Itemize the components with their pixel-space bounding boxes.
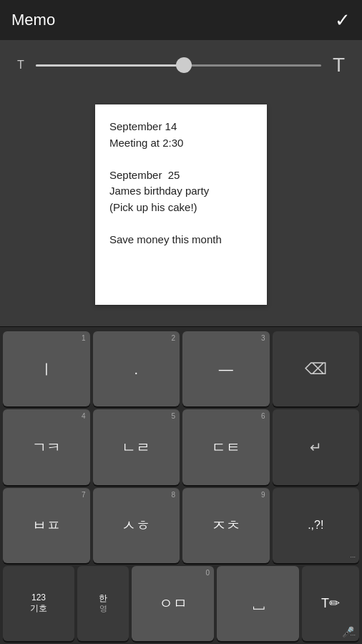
- memo-area: September 14 Meeting at 2:30 September 2…: [0, 90, 362, 326]
- key-han-eng[interactable]: 한영: [77, 566, 129, 641]
- keyboard-row-3: 7 ㅂㅍ 8 ㅅㅎ 9 ㅈㅊ .,?! ···: [3, 488, 359, 563]
- slider-fill: [36, 64, 185, 67]
- key-sh[interactable]: 8 ㅅㅎ: [93, 488, 180, 563]
- key-enter[interactable]: ↵: [273, 409, 360, 484]
- key-dt[interactable]: 6 ㄷㅌ: [182, 409, 270, 484]
- keyboard-row-4: 123기호 한영 0 ㅇㅁ ⎵ T✏ ··· 🎤: [3, 566, 359, 641]
- key-pipe[interactable]: 1 ㅣ: [3, 331, 90, 406]
- key-font-style[interactable]: T✏ ··· 🎤: [302, 566, 359, 641]
- key-123-symbol[interactable]: 123기호: [3, 566, 74, 641]
- key-backspace[interactable]: ⌫: [273, 331, 360, 406]
- enter-icon: ↵: [310, 439, 322, 456]
- key-dash[interactable]: 3 —: [182, 331, 270, 406]
- key-period[interactable]: 2 .: [93, 331, 180, 406]
- confirm-button[interactable]: ✓: [335, 9, 351, 31]
- slider-thumb[interactable]: [176, 57, 192, 73]
- font-size-large-icon: T: [333, 54, 345, 77]
- font-size-slider-area: T T: [0, 40, 362, 90]
- key-om[interactable]: 0 ㅇㅁ: [132, 566, 214, 641]
- memo-card[interactable]: September 14 Meeting at 2:30 September 2…: [95, 104, 267, 305]
- key-space[interactable]: ⎵: [217, 566, 299, 641]
- header-title: Memo: [11, 11, 55, 29]
- keyboard-row-2: 4 ㄱㅋ 5 ㄴㄹ 6 ㄷㅌ ↵: [3, 409, 359, 484]
- backspace-icon: ⌫: [305, 360, 327, 379]
- font-size-small-icon: T: [17, 59, 24, 72]
- key-nr[interactable]: 5 ㄴㄹ: [93, 409, 180, 484]
- key-jch[interactable]: 9 ㅈㅊ: [182, 488, 270, 563]
- memo-text[interactable]: September 14 Meeting at 2:30 September 2…: [109, 119, 253, 248]
- font-size-slider[interactable]: [36, 64, 321, 67]
- key-punctuation[interactable]: .,?! ···: [273, 488, 360, 563]
- microphone-icon: 🎤: [342, 626, 354, 638]
- keyboard-row-1: 1 ㅣ 2 . 3 — ⌫: [3, 331, 359, 406]
- header: Memo ✓: [0, 0, 362, 40]
- keyboard: 1 ㅣ 2 . 3 — ⌫ 4 ㄱㅋ 5 ㄴㄹ 6 ㄷㅌ ↵: [0, 326, 362, 644]
- key-bp[interactable]: 7 ㅂㅍ: [3, 488, 90, 563]
- key-gk[interactable]: 4 ㄱㅋ: [3, 409, 90, 484]
